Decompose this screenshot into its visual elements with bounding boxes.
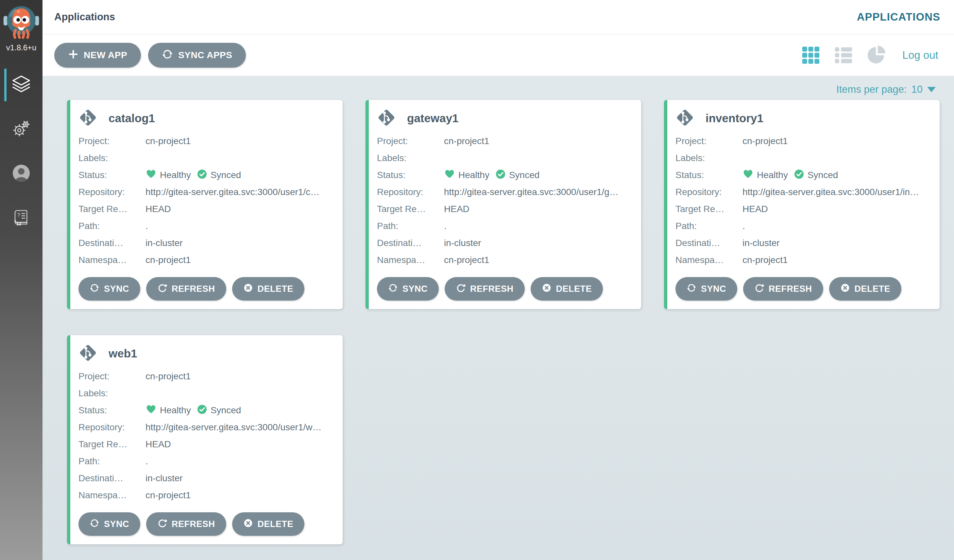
sync-icon: [90, 518, 100, 530]
delete-circle-x-icon: [840, 283, 850, 295]
field-label: Status:: [377, 170, 444, 180]
check-circle-synced-icon: [197, 169, 207, 182]
logout-link[interactable]: Log out: [903, 49, 938, 61]
field-label: Path:: [675, 221, 742, 231]
field-label: Namespa…: [377, 255, 444, 265]
card-header: gateway1: [377, 109, 631, 128]
page-title: APPLICATIONS: [857, 11, 940, 23]
card-header: inventory1: [675, 109, 930, 128]
field-value: cn-project1: [742, 255, 788, 265]
status-badges: Healthy Synced: [145, 404, 243, 417]
refresh-icon: [456, 283, 466, 295]
check-circle-synced-icon: [495, 169, 506, 182]
git-branch-diamond-icon: [78, 108, 97, 128]
field-value: http://gitea-server.gitea.svc:3000/user1…: [742, 187, 919, 198]
field-label: Destinati…: [78, 473, 145, 484]
field-target-revision: Target Re… HEAD: [78, 436, 333, 453]
sidebar-item-applications[interactable]: [0, 68, 42, 101]
sync-icon: [162, 49, 173, 62]
field-value: in-cluster: [145, 238, 183, 248]
git-branch-diamond-icon: [675, 108, 694, 128]
delete-circle-x-icon: [243, 518, 253, 530]
breadcrumb[interactable]: Applications: [54, 11, 115, 23]
field-labels: Labels:: [78, 385, 333, 402]
argo-logo[interactable]: [0, 0, 42, 41]
sync-icon: [687, 283, 696, 295]
refresh-button[interactable]: REFRESH: [146, 277, 226, 300]
card-actions: SYNC REFRESH DELETE: [675, 277, 930, 300]
items-per-page-dropdown[interactable]: Items per page: 10: [836, 84, 936, 95]
delete-label: DELETE: [854, 284, 890, 294]
field-namespace: Namespa… cn-project1: [377, 252, 631, 269]
application-name: catalog1: [109, 112, 155, 125]
application-card[interactable]: inventory1 Project: cn-project1 Labels: …: [664, 100, 940, 309]
sidebar-nav: ?: [0, 68, 42, 235]
sync-button[interactable]: SYNC: [675, 277, 737, 300]
sync-apps-button[interactable]: SYNC APPS: [148, 43, 246, 68]
field-status: Status: Healthy Synced: [377, 166, 631, 184]
field-repository: Repository: http://gitea-server.gitea.sv…: [377, 184, 631, 201]
application-name: inventory1: [706, 112, 764, 125]
heart-healthy-icon: [444, 169, 455, 182]
field-status: Status: Healthy Synced: [675, 166, 930, 184]
field-label: Path:: [78, 221, 145, 231]
heart-healthy-icon: [145, 169, 157, 182]
pie-summary-icon[interactable]: [867, 45, 887, 65]
refresh-label: REFRESH: [171, 284, 215, 294]
sync-status: Synced: [210, 170, 241, 180]
field-destination: Destinati… in-cluster: [675, 235, 930, 252]
field-label: Target Re…: [78, 439, 145, 450]
field-status: Status: Healthy Synced: [78, 402, 333, 419]
sync-icon: [388, 283, 398, 295]
delete-button[interactable]: DELETE: [232, 512, 305, 536]
refresh-button[interactable]: REFRESH: [146, 512, 226, 536]
refresh-button[interactable]: REFRESH: [445, 277, 525, 300]
application-card[interactable]: catalog1 Project: cn-project1 Labels: St…: [67, 100, 343, 309]
sync-button[interactable]: SYNC: [78, 277, 140, 300]
field-labels: Labels:: [675, 149, 930, 166]
sync-icon: [90, 283, 100, 295]
delete-button[interactable]: DELETE: [829, 277, 902, 300]
application-card[interactable]: web1 Project: cn-project1 Labels: Status…: [67, 335, 343, 544]
field-label: Repository:: [675, 187, 742, 198]
application-card[interactable]: gateway1 Project: cn-project1 Labels: St…: [366, 100, 641, 309]
field-destination: Destinati… in-cluster: [78, 235, 333, 252]
delete-circle-x-icon: [243, 283, 253, 295]
field-destination: Destinati… in-cluster: [377, 235, 631, 252]
field-value: cn-project1: [444, 136, 489, 146]
field-target-revision: Target Re… HEAD: [675, 201, 930, 218]
sync-button[interactable]: SYNC: [78, 512, 140, 536]
field-project: Project: cn-project1: [78, 368, 333, 385]
field-label: Status:: [78, 170, 145, 180]
sidebar-item-documentation[interactable]: ?: [0, 202, 42, 235]
card-actions: SYNC REFRESH DELETE: [377, 277, 631, 300]
delete-label: DELETE: [258, 519, 294, 529]
sidebar-item-user-info[interactable]: [0, 157, 42, 190]
app-version: v1.8.6+u: [0, 43, 42, 52]
card-fields: Project: cn-project1 Labels: Status: Hea…: [675, 133, 930, 269]
delete-button[interactable]: DELETE: [531, 277, 603, 300]
sidebar-item-settings[interactable]: [0, 113, 42, 146]
card-actions: SYNC REFRESH DELETE: [78, 277, 333, 300]
list-view-icon[interactable]: [834, 45, 853, 65]
delete-button[interactable]: DELETE: [232, 277, 305, 300]
field-value: .: [145, 456, 148, 467]
field-value: HEAD: [444, 204, 469, 214]
field-value: in-cluster: [145, 473, 183, 484]
git-branch-diamond-icon: [78, 344, 97, 364]
health-status: Healthy: [160, 170, 191, 180]
field-label: Namespa…: [675, 255, 742, 265]
sync-button[interactable]: SYNC: [377, 277, 439, 300]
field-label: Project:: [78, 371, 145, 382]
refresh-icon: [157, 283, 167, 295]
plus-icon: [68, 49, 78, 62]
field-label: Namespa…: [78, 255, 145, 265]
chevron-down-icon: [927, 87, 936, 92]
field-value: cn-project1: [145, 255, 191, 265]
health-status: Healthy: [160, 405, 191, 415]
new-app-button[interactable]: NEW APP: [54, 43, 141, 68]
grid-view-icon[interactable]: [801, 45, 821, 65]
field-project: Project: cn-project1: [675, 133, 930, 149]
refresh-button[interactable]: REFRESH: [743, 277, 823, 300]
field-repository: Repository: http://gitea-server.gitea.sv…: [78, 184, 333, 201]
